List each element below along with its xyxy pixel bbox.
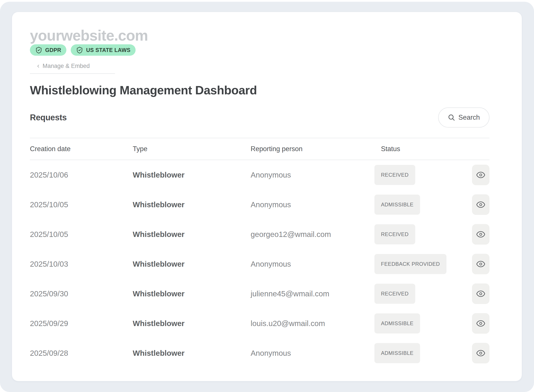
creation-date-cell: 2025/09/28 bbox=[30, 349, 133, 358]
badge-label: GDPR bbox=[45, 47, 61, 53]
status-badge: ADMISSIBLE bbox=[374, 313, 420, 333]
page-title: Whistleblowing Management Dashboard bbox=[30, 84, 489, 97]
eye-icon bbox=[476, 229, 486, 239]
shield-check-icon bbox=[76, 47, 83, 54]
table-header-row: Creation date Type Reporting person Stat… bbox=[30, 138, 489, 160]
eye-icon bbox=[476, 170, 486, 180]
type-cell: Whistleblower bbox=[133, 230, 251, 239]
requests-toolbar: Requests Search bbox=[30, 107, 489, 127]
eye-icon bbox=[476, 348, 486, 358]
status-badge: ADMISSIBLE bbox=[374, 195, 420, 215]
creation-date-cell: 2025/09/30 bbox=[30, 289, 133, 298]
back-link-label: Manage & Embed bbox=[42, 63, 90, 70]
search-button[interactable]: Search bbox=[438, 107, 489, 127]
column-header-reporting-person: Reporting person bbox=[251, 145, 374, 153]
table-row: 2025/10/05 Whistleblower Anonymous ADMIS… bbox=[30, 190, 489, 219]
table-row: 2025/10/06 Whistleblower Anonymous RECEI… bbox=[30, 160, 489, 190]
view-request-button[interactable] bbox=[472, 313, 489, 334]
table-row: 2025/10/05 Whistleblower georgeo12@wmail… bbox=[30, 219, 489, 249]
creation-date-cell: 2025/10/03 bbox=[30, 260, 133, 268]
reporting-person-cell: Anonymous bbox=[251, 200, 374, 209]
shield-check-icon bbox=[35, 47, 42, 54]
back-chevron-icon bbox=[36, 64, 41, 69]
type-cell: Whistleblower bbox=[133, 200, 251, 209]
site-logo: yourwebsite.com bbox=[30, 27, 489, 44]
dashboard-card: yourwebsite.com GDPR US STATE LAWS bbox=[12, 12, 522, 381]
status-badge: RECEIVED bbox=[374, 224, 415, 244]
reporting-person-cell: Anonymous bbox=[251, 260, 374, 268]
creation-date-cell: 2025/10/05 bbox=[30, 200, 133, 209]
column-header-status: Status bbox=[374, 145, 472, 153]
view-request-button[interactable] bbox=[472, 165, 489, 185]
status-badge: FEEDBACK PROVIDED bbox=[374, 254, 446, 274]
search-icon bbox=[448, 114, 455, 121]
badge-label: US STATE LAWS bbox=[86, 47, 130, 53]
manage-embed-back-link[interactable]: Manage & Embed bbox=[30, 62, 115, 74]
reporting-person-cell: julienne45@wmail.com bbox=[251, 289, 374, 298]
creation-date-cell: 2025/10/06 bbox=[30, 171, 133, 179]
requests-table: Creation date Type Reporting person Stat… bbox=[30, 138, 489, 368]
search-button-label: Search bbox=[459, 114, 480, 121]
table-row: 2025/09/30 Whistleblower julienne45@wmai… bbox=[30, 279, 489, 308]
requests-heading: Requests bbox=[30, 113, 67, 122]
view-request-button[interactable] bbox=[472, 343, 489, 363]
us-state-laws-badge: US STATE LAWS bbox=[71, 44, 135, 56]
status-badge: RECEIVED bbox=[374, 284, 415, 304]
app-background: yourwebsite.com GDPR US STATE LAWS bbox=[0, 2, 534, 392]
table-row: 2025/09/29 Whistleblower louis.u20@wmail… bbox=[30, 308, 489, 338]
compliance-badges: GDPR US STATE LAWS bbox=[30, 44, 489, 56]
table-body: 2025/10/06 Whistleblower Anonymous RECEI… bbox=[30, 160, 489, 368]
reporting-person-cell: Anonymous bbox=[251, 171, 374, 179]
creation-date-cell: 2025/09/29 bbox=[30, 319, 133, 328]
reporting-person-cell: louis.u20@wmail.com bbox=[251, 319, 374, 328]
view-request-button[interactable] bbox=[472, 224, 489, 245]
view-request-button[interactable] bbox=[472, 254, 489, 274]
column-header-creation-date: Creation date bbox=[30, 145, 133, 153]
column-header-type: Type bbox=[133, 145, 251, 153]
view-request-button[interactable] bbox=[472, 194, 489, 215]
type-cell: Whistleblower bbox=[133, 319, 251, 328]
eye-icon bbox=[476, 289, 486, 299]
reporting-person-cell: Anonymous bbox=[251, 349, 374, 358]
type-cell: Whistleblower bbox=[133, 349, 251, 358]
type-cell: Whistleblower bbox=[133, 260, 251, 268]
table-row: 2025/10/03 Whistleblower Anonymous FEEDB… bbox=[30, 249, 489, 279]
table-row: 2025/09/28 Whistleblower Anonymous ADMIS… bbox=[30, 338, 489, 368]
view-request-button[interactable] bbox=[472, 284, 489, 304]
status-badge: RECEIVED bbox=[374, 165, 415, 185]
type-cell: Whistleblower bbox=[133, 289, 251, 298]
type-cell: Whistleblower bbox=[133, 171, 251, 179]
eye-icon bbox=[476, 319, 486, 328]
creation-date-cell: 2025/10/05 bbox=[30, 230, 133, 239]
gdpr-badge: GDPR bbox=[30, 44, 66, 56]
eye-icon bbox=[476, 259, 486, 269]
reporting-person-cell: georgeo12@wmail.com bbox=[251, 230, 374, 239]
status-badge: ADMISSIBLE bbox=[374, 343, 420, 363]
eye-icon bbox=[476, 200, 486, 210]
